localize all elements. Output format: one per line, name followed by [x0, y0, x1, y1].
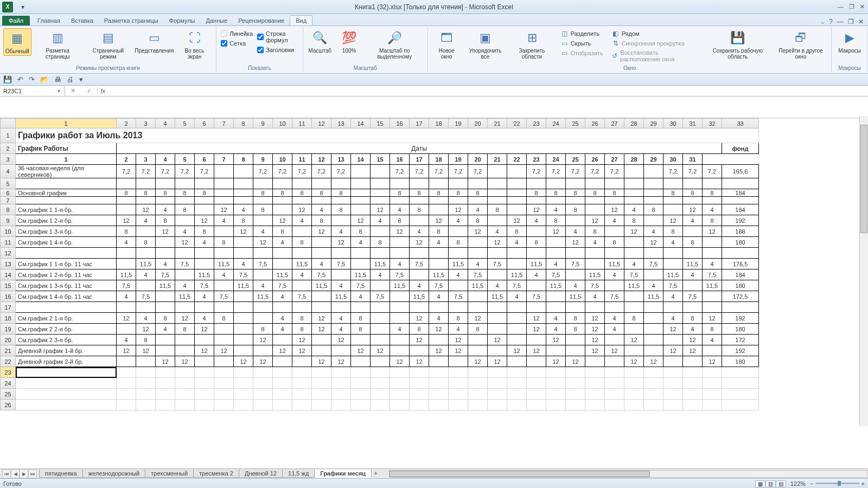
column-header[interactable]: 29	[644, 119, 663, 129]
cell[interactable]	[507, 189, 527, 197]
cell[interactable]: 4	[683, 269, 703, 280]
cell[interactable]	[195, 302, 214, 313]
cell[interactable]	[292, 248, 312, 259]
cell[interactable]	[488, 269, 507, 280]
cell[interactable]: 12	[488, 356, 507, 367]
cell[interactable]: 8	[410, 324, 429, 335]
cell[interactable]: 7,5	[234, 269, 253, 280]
cell[interactable]: 8	[331, 204, 351, 215]
cell[interactable]	[527, 356, 546, 367]
sheet-nav-first-icon[interactable]: ⏮	[2, 470, 11, 478]
cell[interactable]: 7,5	[585, 280, 605, 291]
cell[interactable]	[117, 356, 136, 367]
cell[interactable]: 12	[214, 345, 234, 356]
cell[interactable]: 7,5	[331, 259, 351, 269]
cell[interactable]	[273, 204, 292, 215]
column-header[interactable]: 10	[273, 119, 292, 129]
cell[interactable]: 8	[527, 189, 546, 197]
cell[interactable]	[273, 356, 292, 367]
cell[interactable]: 4	[546, 204, 566, 215]
cell[interactable]: 4	[605, 324, 624, 335]
cell[interactable]	[292, 356, 312, 367]
cell[interactable]	[644, 165, 663, 178]
cell[interactable]: 12	[253, 237, 273, 248]
sheet-tab[interactable]: 11,5 жд	[282, 470, 315, 478]
cell[interactable]	[273, 302, 292, 313]
cell[interactable]: 12	[410, 356, 429, 367]
cell[interactable]	[449, 302, 468, 313]
cell[interactable]: 8	[449, 189, 468, 197]
cell[interactable]: 7,5	[566, 259, 585, 269]
cell[interactable]: 4	[331, 313, 351, 324]
cell[interactable]	[371, 165, 390, 178]
cell[interactable]: 12	[683, 335, 703, 345]
cell[interactable]	[488, 248, 507, 259]
cell[interactable]: 8	[390, 189, 410, 197]
cell[interactable]: 12	[117, 345, 136, 356]
cell[interactable]: 7,5	[292, 291, 312, 302]
cell[interactable]	[683, 178, 703, 189]
cell[interactable]: 4	[156, 324, 175, 335]
cell[interactable]	[390, 345, 410, 356]
quick-print-icon[interactable]: 🖨	[67, 75, 74, 84]
cell[interactable]	[292, 280, 312, 291]
column-header[interactable]: 24	[546, 119, 566, 129]
cell[interactable]	[214, 335, 234, 345]
cell[interactable]: 7,2	[468, 165, 488, 178]
cell[interactable]: 7,5	[390, 269, 410, 280]
cell[interactable]	[566, 178, 585, 189]
cell[interactable]	[585, 259, 605, 269]
cell[interactable]	[136, 226, 156, 237]
cell[interactable]: 7,5	[117, 280, 136, 291]
cell[interactable]	[371, 356, 390, 367]
cell[interactable]	[468, 178, 488, 189]
cell[interactable]	[234, 291, 253, 302]
column-header[interactable]: 12	[312, 119, 331, 129]
row-header[interactable]: 4	[1, 165, 16, 178]
column-header[interactable]: 13	[331, 119, 351, 129]
cell[interactable]: 12	[624, 356, 644, 367]
cell[interactable]	[585, 204, 605, 215]
column-header[interactable]: 23	[527, 119, 546, 129]
cell[interactable]: 11,5	[507, 269, 527, 280]
cell[interactable]: 12	[331, 237, 351, 248]
cell[interactable]	[156, 335, 175, 345]
row-header[interactable]: 11	[1, 237, 16, 248]
cell[interactable]	[449, 226, 468, 237]
cell[interactable]: 12	[488, 237, 507, 248]
cell[interactable]: 7,2	[390, 165, 410, 178]
zoom-button[interactable]: 🔍Масштаб	[307, 28, 334, 55]
cell[interactable]: 12	[292, 345, 312, 356]
cell[interactable]	[312, 345, 331, 356]
cell[interactable]: 8	[390, 215, 410, 226]
cell[interactable]: 8	[546, 189, 566, 197]
tab-insert[interactable]: Вставка	[66, 16, 99, 25]
cell[interactable]: 8	[410, 189, 429, 197]
cell[interactable]	[703, 345, 722, 356]
cell[interactable]	[136, 178, 156, 189]
cell[interactable]: 7,2	[156, 165, 175, 178]
cell[interactable]: 12	[546, 335, 566, 345]
sheet-nav-prev-icon[interactable]: ◀	[11, 470, 20, 478]
cell[interactable]: 12	[449, 335, 468, 345]
cell[interactable]: 4	[371, 269, 390, 280]
cell[interactable]: 12	[331, 335, 351, 345]
cell[interactable]	[527, 302, 546, 313]
cell[interactable]	[214, 189, 234, 197]
cell[interactable]	[449, 280, 468, 291]
cell[interactable]: 8	[214, 237, 234, 248]
cell[interactable]	[527, 226, 546, 237]
qat-dropdown-icon[interactable]: ▾	[18, 3, 27, 11]
minimize-ribbon-icon[interactable]: ⌵	[821, 18, 825, 25]
cell[interactable]	[566, 269, 585, 280]
zoom-100-button[interactable]: 💯100%	[336, 28, 363, 55]
doc-minimize-icon[interactable]: ―	[837, 18, 844, 25]
cell[interactable]: 12	[117, 313, 136, 324]
cell[interactable]: 8	[234, 215, 253, 226]
cell[interactable]	[156, 291, 175, 302]
sheet-tab[interactable]: трехсменный	[145, 470, 194, 478]
cell[interactable]	[234, 302, 253, 313]
cell[interactable]	[351, 335, 371, 345]
cell[interactable]: 4	[273, 291, 292, 302]
cell[interactable]	[351, 204, 371, 215]
